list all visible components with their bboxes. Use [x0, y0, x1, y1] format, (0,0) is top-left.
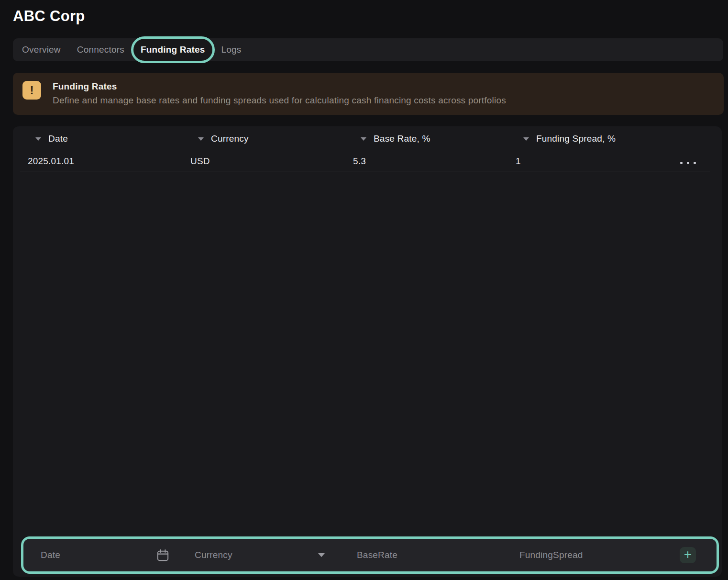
- new-row-base-rate-field: [328, 539, 490, 571]
- row-menu-button[interactable]: [679, 160, 697, 166]
- tab-connectors[interactable]: Connectors: [77, 45, 124, 55]
- column-label-currency: Currency: [211, 134, 249, 144]
- base-rate-input[interactable]: [357, 550, 490, 560]
- calendar-icon[interactable]: [156, 548, 170, 562]
- table-row[interactable]: 2025.01.01 USD 5.3 1: [13, 151, 722, 171]
- column-label-base-rate: Base Rate, %: [374, 134, 430, 144]
- chevron-down-icon[interactable]: [318, 553, 325, 557]
- add-row-button[interactable]: +: [680, 547, 696, 563]
- ellipsis-icon: [687, 162, 689, 164]
- funding-rates-banner: ! Funding Rates Define and manage base r…: [13, 73, 724, 115]
- chevron-down-icon[interactable]: [523, 137, 529, 141]
- chevron-down-icon[interactable]: [35, 137, 41, 141]
- warning-icon: !: [22, 81, 41, 100]
- column-label-funding-spread: Funding Spread, %: [536, 134, 616, 144]
- currency-select[interactable]: [195, 550, 318, 560]
- tab-bar: Overview Connectors Funding Rates Logs: [13, 38, 723, 61]
- cell-actions: [663, 156, 722, 167]
- column-header-funding-spread: Funding Spread, %: [501, 134, 663, 144]
- cell-currency: USD: [176, 156, 338, 167]
- banner-title: Funding Rates: [53, 81, 506, 92]
- cell-funding-spread: 1: [501, 156, 663, 167]
- column-header-base-rate: Base Rate, %: [338, 134, 501, 144]
- chevron-down-icon[interactable]: [198, 137, 204, 141]
- table-header-row: Date Currency Base Rate, % Funding Sprea…: [13, 126, 722, 151]
- column-header-date: Date: [13, 134, 176, 144]
- column-header-currency: Currency: [176, 134, 338, 144]
- funding-spread-input[interactable]: [519, 550, 680, 560]
- tab-logs[interactable]: Logs: [221, 45, 242, 55]
- tab-funding-rates[interactable]: Funding Rates: [131, 36, 215, 63]
- ellipsis-icon: [680, 162, 683, 164]
- cell-date: 2025.01.01: [13, 156, 176, 167]
- cell-base-rate: 5.3: [338, 156, 501, 167]
- tab-overview[interactable]: Overview: [22, 45, 61, 55]
- new-row-date-field: [41, 539, 170, 571]
- page-title: ABC Corp: [13, 8, 85, 25]
- new-row-currency-field: [170, 539, 328, 571]
- date-input[interactable]: [41, 550, 156, 560]
- banner-description: Define and manage base rates and funding…: [53, 95, 506, 106]
- new-row-funding-spread-field: [490, 539, 680, 571]
- ellipsis-icon: [694, 162, 696, 164]
- funding-rates-table: Date Currency Base Rate, % Funding Sprea…: [13, 126, 722, 577]
- column-label-date: Date: [48, 134, 68, 144]
- banner-text: Funding Rates Define and manage base rat…: [53, 81, 506, 106]
- funding-rates-page: ABC Corp Overview Connectors Funding Rat…: [0, 0, 728, 580]
- chevron-down-icon[interactable]: [361, 137, 366, 141]
- new-row-entry: +: [21, 536, 719, 574]
